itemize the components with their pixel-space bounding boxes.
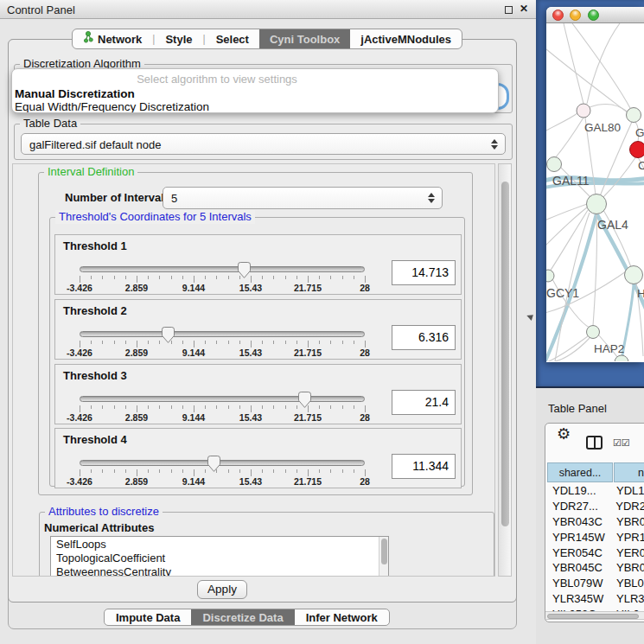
- cell-name: YER0: [613, 546, 644, 559]
- close-icon[interactable]: ✕: [520, 3, 528, 15]
- node-hap2[interactable]: [587, 326, 600, 339]
- attributes-group: Attributes to discretize Numerical Attri…: [39, 512, 494, 577]
- cell-name: YDL1: [613, 484, 644, 497]
- table-row[interactable]: YDL19...YDL1: [547, 483, 644, 499]
- bottom-tab-bar: Impute Data Discretize Data Infer Networ…: [104, 609, 390, 626]
- control-panel-titlebar[interactable]: Control Panel ✕: [0, 0, 536, 19]
- node-gal80[interactable]: [577, 104, 590, 118]
- main-vertical-scrollbar[interactable]: [498, 163, 512, 577]
- table-row[interactable]: YER054CYER0: [547, 545, 644, 560]
- cyni-toolbox-panel: Discretization Algorithm Table Data galF…: [8, 39, 517, 603]
- slider-tick-label: 21.715: [294, 412, 322, 423]
- tab-select[interactable]: Select: [206, 29, 259, 48]
- right-region: GAL80 GA C GAL11 GAL4 GCY1 H HAP2 Table …: [536, 0, 644, 644]
- threshold-value-field[interactable]: 11.344: [392, 454, 456, 479]
- slider-tick-label: -3.426: [67, 412, 92, 423]
- threshold-value-field[interactable]: 6.316: [392, 325, 456, 350]
- threshold-4-panel: Threshold 4-3.4262.8599.14415.4321.71528…: [54, 428, 462, 488]
- threshold-label: Threshold 1: [63, 239, 127, 252]
- minimize-traffic-light[interactable]: [570, 10, 581, 21]
- cell-name: YPR1: [613, 531, 644, 544]
- cell-shared-name: YDL19...: [547, 484, 613, 497]
- threshold-coordinates-title: Threshold's Coordinates for 5 Intervals: [55, 210, 255, 224]
- table-row[interactable]: YBR045CYBR0: [547, 560, 644, 576]
- cell-shared-name: YPR145W: [547, 531, 613, 544]
- scrollbar-thumb[interactable]: [381, 539, 387, 564]
- tab-style[interactable]: Style: [155, 29, 202, 48]
- cell-name: YDR2: [612, 500, 644, 513]
- slider-tick-label: 2.859: [125, 412, 148, 423]
- zoom-traffic-light[interactable]: [588, 10, 599, 21]
- threshold-3-panel: Threshold 3-3.4262.8599.14415.4321.71528…: [54, 364, 462, 424]
- slider-track[interactable]: [80, 266, 365, 272]
- slider-tick-label: -3.426: [67, 476, 92, 487]
- apply-button[interactable]: Apply: [197, 580, 247, 599]
- slider-track[interactable]: [80, 331, 365, 337]
- threshold-value-field[interactable]: 21.4: [392, 390, 456, 415]
- tab-network[interactable]: Network: [73, 29, 152, 48]
- slider-tick-label: -3.426: [67, 348, 92, 358]
- attributes-list-scrollbar[interactable]: [379, 537, 388, 577]
- scrollbar-thumb[interactable]: [547, 614, 639, 620]
- slider-tick-label: 15.43: [239, 348, 262, 358]
- slider-ticks: [80, 341, 366, 348]
- tab-discretize-data[interactable]: Discretize Data: [191, 609, 294, 625]
- tab-network-label: Network: [98, 33, 142, 46]
- table-row[interactable]: YDR27...YDR2: [547, 499, 644, 514]
- node-gcy1[interactable]: [546, 270, 554, 282]
- slider-track[interactable]: [80, 396, 365, 402]
- table-header-row: shared... n: [547, 462, 644, 482]
- network-canvas[interactable]: GAL80 GA C GAL11 GAL4 GCY1 H HAP2: [546, 23, 644, 361]
- table-row[interactable]: YBR043CYBR0: [547, 514, 644, 530]
- cell-shared-name: YLR345W: [547, 592, 613, 605]
- cell-shared-name: YER054C: [547, 546, 613, 559]
- interval-definition-title: Interval Definition: [44, 165, 137, 179]
- tab-cyni-toolbox[interactable]: Cyni Toolbox: [259, 29, 350, 48]
- table-row[interactable]: YPR145WYPR1: [547, 529, 644, 545]
- columns-icon[interactable]: [586, 436, 603, 450]
- slider-track[interactable]: [80, 460, 365, 466]
- threshold-value-field[interactable]: 14.713: [392, 260, 456, 285]
- table-row[interactable]: YLR345WYLR3: [547, 591, 644, 607]
- cell-name: YLR3: [613, 592, 644, 605]
- attribute-list-item[interactable]: BetweennessCentrality: [51, 564, 388, 577]
- table-horizontal-scrollbar[interactable]: [545, 611, 644, 620]
- scrollbar-thumb[interactable]: [501, 182, 509, 526]
- select-columns-icon[interactable]: ☑☑: [613, 437, 630, 449]
- gear-icon[interactable]: ⚙: [557, 426, 571, 442]
- attribute-list-item[interactable]: SelfLoops: [51, 537, 388, 551]
- tab-infer-network[interactable]: Infer Network: [295, 609, 389, 625]
- number-of-intervals-label: Number of Intervals: [65, 191, 170, 204]
- node-gal4[interactable]: [587, 194, 607, 214]
- popup-option-equal-width-frequency[interactable]: Equal Width/Frequency Discretization: [15, 100, 209, 113]
- table-row[interactable]: YBL079WYBL0: [547, 576, 644, 591]
- column-header-name[interactable]: n: [614, 462, 644, 482]
- attribute-list-item[interactable]: TopologicalCoefficient: [51, 551, 388, 564]
- node-label-gal11: GAL11: [552, 174, 590, 188]
- table-data-combobox[interactable]: galFiltered.sif default node: [21, 133, 506, 155]
- popup-option-manual-discretization[interactable]: Manual Discretization: [15, 87, 135, 100]
- threshold-coordinates-group: Threshold's Coordinates for 5 Intervals …: [49, 217, 465, 487]
- interval-definition-group: Interval Definition Number of Intervals …: [38, 172, 473, 495]
- column-header-shared-name[interactable]: shared...: [547, 462, 613, 482]
- close-traffic-light[interactable]: [552, 10, 564, 21]
- threshold-label: Threshold 2: [63, 304, 127, 317]
- float-window-icon[interactable]: [505, 6, 513, 14]
- node-gal11[interactable]: [547, 157, 562, 172]
- network-view-window: GAL80 GA C GAL11 GAL4 GCY1 H HAP2: [546, 7, 644, 362]
- desktop-background: GAL80 GA C GAL11 GAL4 GCY1 H HAP2: [536, 0, 644, 388]
- node-label-gcy1: GCY1: [546, 286, 579, 300]
- node-selected-red[interactable]: [630, 142, 644, 158]
- tab-impute-data[interactable]: Impute Data: [105, 609, 191, 625]
- tab-jactivemnodules[interactable]: jActiveMNodules: [350, 29, 462, 48]
- slider-ticks: [80, 276, 366, 283]
- window-title: Control Panel: [7, 3, 75, 16]
- network-window-titlebar[interactable]: [546, 7, 644, 23]
- node-top-right[interactable]: [627, 108, 641, 123]
- top-tab-bar: Network | Style | Select Cyni Toolbox jA…: [72, 29, 462, 49]
- node-h[interactable]: [625, 266, 643, 284]
- numerical-attributes-list[interactable]: SelfLoopsTopologicalCoefficientBetweenne…: [50, 536, 389, 577]
- slider-tick-label: 28: [360, 348, 370, 358]
- number-of-intervals-combobox[interactable]: 5: [163, 187, 443, 209]
- table-panel: Table Panel ⚙ ☑☑ shared... n YDL19...YDL…: [536, 390, 644, 644]
